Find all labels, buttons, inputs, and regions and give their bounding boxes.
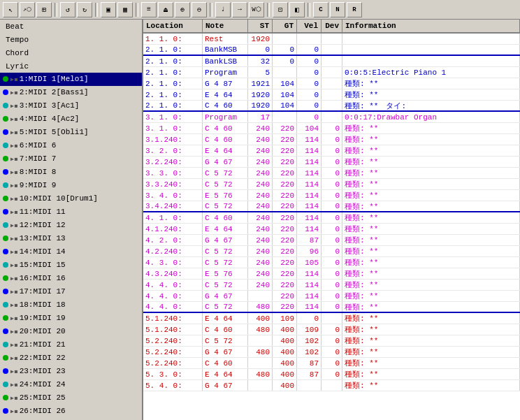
track-mute-icon[interactable]: ◼ (15, 289, 18, 295)
track-play-icon[interactable]: ▶ (10, 302, 14, 308)
undo-button[interactable]: ↺ (60, 2, 75, 17)
menu-lyric[interactable]: Lyric (0, 59, 142, 73)
track-mute-icon[interactable]: ◼ (15, 103, 18, 109)
track-item-1[interactable]: ▶◼1:MIDI 1[Melo1] (0, 73, 142, 86)
event-row[interactable]: 4. 1. 0:C 4 602402201140種類: ** (143, 212, 520, 224)
event-row[interactable]: 4.1.240:E 4 642402201140種類: ** (143, 224, 520, 235)
track-play-icon[interactable]: ▶ (10, 262, 14, 268)
track-item-19[interactable]: ▶◼19:MIDI 19 (0, 312, 142, 325)
event-row[interactable]: 3. 2. 0:E 4 642402201140種類: ** (143, 145, 520, 157)
track-mute-icon[interactable]: ◼ (15, 342, 18, 348)
event-row[interactable]: 2. 1. 0:G 4 8719211040種類: ** (143, 78, 520, 89)
add-button[interactable]: ⊕ (175, 2, 190, 17)
event-row[interactable]: 2. 1. 0:BankLSB3200 (143, 56, 520, 67)
track-item-24[interactable]: ▶◼24:MIDI 24 (0, 378, 142, 391)
event-row[interactable]: 4. 4. 0:C 5 724802201140種類: ** (143, 302, 520, 313)
track-item-13[interactable]: ▶◼13:MIDI 13 (0, 232, 142, 245)
track-item-8[interactable]: ▶◼8:MIDI 8 (0, 166, 142, 179)
track-item-18[interactable]: ▶◼18:MIDI 18 (0, 298, 142, 312)
track-mute-icon[interactable]: ◼ (15, 169, 18, 175)
track-mute-icon[interactable]: ◼ (15, 395, 18, 401)
event-row[interactable]: 4. 4. 0:G 4 672201140種類: ** (143, 291, 520, 302)
btn-c[interactable]: C (313, 2, 328, 17)
track-item-11[interactable]: ▶◼11:MIDI 11 (0, 205, 142, 219)
track-item-4[interactable]: ▶◼4:MIDI 4[Ac2] (0, 113, 142, 126)
track-item-9[interactable]: ▶◼9:MIDI 9 (0, 179, 142, 192)
redo-button[interactable]: ↻ (77, 2, 92, 17)
track-item-15[interactable]: ▶◼15:MIDI 15 (0, 259, 142, 272)
track-mute-icon[interactable]: ◼ (15, 275, 18, 282)
minus-button[interactable]: ⊖ (192, 2, 207, 17)
track-play-icon[interactable]: ▶ (10, 209, 14, 215)
track-item-17[interactable]: ▶◼17:MIDI 17 (0, 285, 142, 298)
track-mute-icon[interactable]: ◼ (15, 143, 18, 149)
event-row[interactable]: 4. 4. 0:C 5 722402201140種類: ** (143, 280, 520, 291)
note-tool[interactable]: ♩ (215, 2, 231, 17)
track-play-icon[interactable]: ▶ (10, 156, 14, 162)
track-play-icon[interactable]: ▶ (10, 328, 14, 335)
track-mute-icon[interactable]: ◼ (15, 222, 18, 229)
track-play-icon[interactable]: ▶ (10, 222, 14, 229)
tool-w[interactable]: W⬡ (249, 2, 264, 17)
track-item-5[interactable]: ▶◼5:MIDI 5[Obli1] (0, 126, 142, 139)
track-mute-icon[interactable]: ◼ (15, 116, 18, 122)
track-item-25[interactable]: ▶◼25:MIDI 25 (0, 391, 142, 405)
menu-beat[interactable]: Beat (0, 20, 142, 33)
event-row[interactable]: 2. 1. 0:Program500:0:5:Electric Piano 1 (143, 67, 520, 78)
event-row[interactable]: 2. 1. 0:BankMSB000 (143, 45, 520, 56)
track-mute-icon[interactable]: ◼ (15, 355, 18, 361)
track-play-icon[interactable]: ▶ (10, 76, 14, 82)
track-mute-icon[interactable]: ◼ (15, 382, 18, 388)
track-item-23[interactable]: ▶◼23:MIDI 23 (0, 365, 142, 378)
track-mute-icon[interactable]: ◼ (15, 209, 18, 215)
event-row[interactable]: 4. 2. 0:G 4 67240220870種類: ** (143, 235, 520, 246)
event-row[interactable]: 5.2.240:G 4 674804001020種類: ** (143, 347, 520, 358)
marquee-tool[interactable]: ⊞ (36, 2, 52, 17)
track-play-icon[interactable]: ▶ (10, 382, 14, 388)
track-mute-icon[interactable]: ◼ (15, 76, 18, 82)
event-row[interactable]: 2. 1. 0:E 4 6419201040種類: ** (143, 89, 520, 101)
track-play-icon[interactable]: ▶ (10, 89, 14, 96)
track-mute-icon[interactable]: ◼ (15, 408, 18, 414)
track-item-6[interactable]: ▶◼6:MIDI 6 (0, 139, 142, 152)
track-play-icon[interactable]: ▶ (10, 275, 14, 282)
track-play-icon[interactable]: ▶ (10, 129, 14, 136)
track-mute-icon[interactable]: ◼ (15, 328, 18, 335)
export-button[interactable]: ⏏ (158, 2, 173, 17)
event-row[interactable]: 3. 3. 0:C 5 722402201140種類: ** (143, 168, 520, 179)
track-play-icon[interactable]: ▶ (10, 196, 14, 202)
track-mute-icon[interactable]: ◼ (15, 302, 18, 308)
event-row[interactable]: 4.3.240:E 5 762402201140種類: ** (143, 268, 520, 280)
track-list[interactable]: ▶◼1:MIDI 1[Melo1]▶◼2:MIDI 2[Bass1]▶◼3:MI… (0, 73, 142, 420)
track-mute-icon[interactable]: ◼ (15, 156, 18, 162)
track-mute-icon[interactable]: ◼ (15, 249, 18, 255)
event-row[interactable]: 5.1.240:E 4 644001090種類: ** (143, 313, 520, 324)
track-mute-icon[interactable]: ◼ (15, 315, 18, 321)
track-item-20[interactable]: ▶◼20:MIDI 20 (0, 325, 142, 338)
arrow-tool[interactable]: ↖ (3, 2, 18, 17)
track-play-icon[interactable]: ▶ (10, 408, 14, 414)
track-mute-icon[interactable]: ◼ (15, 89, 18, 96)
event-row[interactable]: 3.2.240:G 4 672402201140種類: ** (143, 157, 520, 168)
track-item-26[interactable]: ▶◼26:MIDI 26 (0, 405, 142, 418)
btn-n[interactable]: N (330, 2, 345, 17)
event-row[interactable]: 2. 1. 0:C 4 6019201040種類: ** タイ: (143, 101, 520, 112)
track-mute-icon[interactable]: ◼ (15, 182, 18, 189)
track-play-icon[interactable]: ▶ (10, 249, 14, 255)
btn-r[interactable]: R (347, 2, 362, 17)
event-row[interactable]: 4.2.240:C 5 72240220960種類: ** (143, 246, 520, 257)
menu-tempo[interactable]: Tempo (0, 33, 142, 46)
track-play-icon[interactable]: ▶ (10, 236, 14, 242)
track-item-14[interactable]: ▶◼14:MIDI 14 (0, 245, 142, 259)
track-mute-icon[interactable]: ◼ (15, 196, 18, 202)
track-item-12[interactable]: ▶◼12:MIDI 12 (0, 219, 142, 232)
tool-c[interactable]: ≡ (141, 2, 157, 17)
track-play-icon[interactable]: ▶ (10, 103, 14, 109)
event-row[interactable]: 4. 3. 0:C 5 722402201050種類: ** (143, 257, 520, 268)
track-play-icon[interactable]: ▶ (10, 368, 14, 375)
track-item-10[interactable]: ▶◼10:MIDI 10[Drum1] (0, 192, 142, 205)
event-row[interactable]: 3.4.240:C 5 722402201140種類: ** (143, 201, 520, 212)
tool-d[interactable]: ⊡ (273, 2, 288, 17)
event-row[interactable]: 5.2.240:C 5 724001020種類: ** (143, 335, 520, 347)
track-item-7[interactable]: ▶◼7:MIDI 7 (0, 152, 142, 166)
